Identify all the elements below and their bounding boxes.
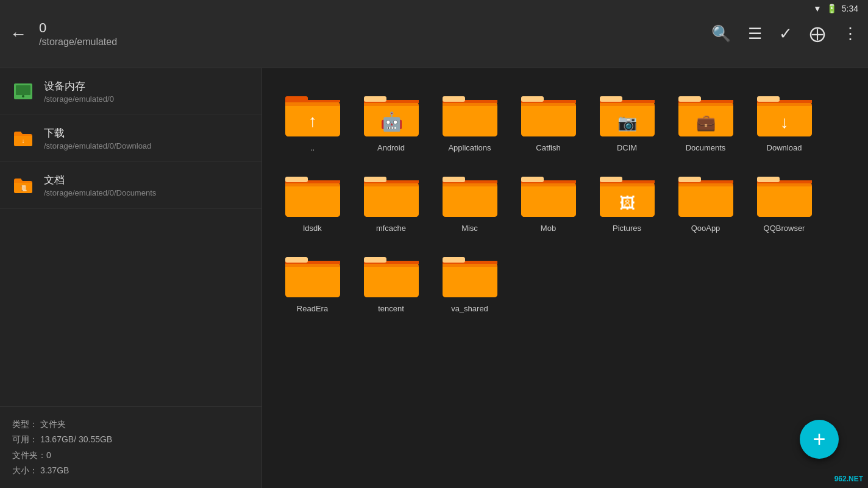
status-battery: 🔋	[827, 4, 837, 13]
folder-label: QQBrowser	[764, 224, 805, 233]
sidebar-device-path: /storage/emulated/0	[44, 94, 114, 104]
folder-svg	[754, 167, 815, 219]
folder-label: ..	[310, 143, 315, 152]
folder-label: QooApp	[691, 224, 720, 233]
toolbar-icons: 🔍 ☰ ✓ ⨁ ⋮	[711, 24, 858, 43]
folder-item[interactable]: Mob	[510, 161, 586, 239]
documents-folder-icon: 📜	[12, 174, 34, 196]
svg-text:↑: ↑	[308, 111, 317, 130]
folder-item[interactable]: ReadEra	[274, 241, 350, 319]
folder-svg	[439, 87, 500, 138]
folder-label: Documents	[686, 143, 726, 152]
check-icon[interactable]: ✓	[779, 24, 792, 43]
folder-svg: 📷	[597, 87, 658, 138]
folder-item[interactable]: Applications	[432, 80, 508, 158]
svg-rect-27	[364, 177, 386, 182]
sidebar-documents-text: 文档 /storage/emulated/0/Documents	[44, 173, 156, 197]
folder-item[interactable]: 🤖Android	[353, 80, 429, 158]
device-memory-icon	[12, 80, 34, 102]
path-number: 0	[39, 20, 711, 36]
footer-type: 类型： 文件夹	[12, 417, 249, 432]
download-folder-icon: ↓	[12, 127, 34, 149]
add-icon[interactable]: ⨁	[809, 24, 825, 43]
folder-icon-wrap: ↓	[754, 87, 815, 138]
svg-rect-12	[443, 96, 465, 102]
folder-svg: 🤖	[361, 87, 422, 138]
sidebar: 设备内存 /storage/emulated/0 ↓ 下载 /storage/e…	[0, 68, 262, 488]
folder-item[interactable]: Misc	[432, 161, 508, 239]
folder-icon-wrap: 🤖	[361, 87, 422, 138]
svg-rect-40	[285, 257, 308, 263]
folder-svg: ↓	[754, 87, 815, 138]
top-bar: ← 0 /storage/emulated 🔍 ☰ ✓ ⨁ ⋮	[0, 0, 868, 68]
folder-svg	[282, 247, 343, 299]
svg-rect-1	[16, 85, 30, 95]
folder-icon-wrap	[675, 167, 736, 219]
status-bar: ▼ 🔋 5:34	[803, 0, 868, 17]
folder-label: Mob	[541, 224, 556, 233]
folder-label: DCIM	[617, 143, 637, 152]
status-time: 5:34	[842, 4, 858, 13]
folder-icon-wrap	[282, 167, 343, 219]
folder-icon-wrap: 💼	[675, 87, 736, 138]
folder-label: Download	[767, 143, 802, 152]
folder-item[interactable]: tencent	[353, 241, 429, 319]
watermark: 962.NET	[834, 475, 863, 483]
sidebar-item-download[interactable]: ↓ 下载 /storage/emulated/0/Download	[0, 115, 261, 162]
folder-icon-wrap	[282, 247, 343, 299]
folder-item[interactable]: 🖼Pictures	[589, 161, 665, 239]
folder-icon-wrap: ↑	[282, 87, 343, 138]
svg-rect-42	[364, 257, 386, 263]
folder-icon-wrap	[518, 167, 579, 219]
folder-svg	[439, 167, 500, 219]
fab-add-button[interactable]: +	[800, 420, 839, 459]
svg-rect-9	[364, 96, 386, 102]
svg-point-2	[22, 95, 24, 97]
folder-svg	[675, 167, 736, 219]
list-view-icon[interactable]: ☰	[748, 24, 762, 43]
more-icon[interactable]: ⋮	[842, 24, 858, 43]
svg-rect-16	[600, 96, 622, 102]
folder-item[interactable]: ↓Download	[746, 80, 822, 158]
folder-svg	[282, 167, 343, 219]
search-icon[interactable]: 🔍	[711, 24, 731, 43]
folder-icon-wrap: 🖼	[597, 167, 658, 219]
folder-item[interactable]: va_shared	[432, 241, 508, 319]
folder-item[interactable]: QQBrowser	[746, 161, 822, 239]
sidebar-item-device[interactable]: 设备内存 /storage/emulated/0	[0, 68, 261, 115]
folder-item[interactable]: 💼Documents	[667, 80, 744, 158]
svg-text:↓: ↓	[780, 113, 789, 132]
folder-label: tencent	[378, 304, 404, 313]
footer-folders: 文件夹：0	[12, 448, 249, 463]
folder-item[interactable]: ldsdk	[274, 161, 350, 239]
svg-rect-44	[443, 257, 465, 263]
svg-rect-25	[285, 177, 308, 182]
svg-rect-22	[757, 96, 780, 102]
svg-rect-7	[285, 100, 340, 102]
svg-text:📜: 📜	[20, 185, 27, 192]
svg-rect-29	[443, 177, 465, 182]
sidebar-device-name: 设备内存	[44, 79, 114, 93]
svg-rect-36	[678, 177, 701, 182]
folder-item[interactable]: ↑..	[274, 80, 350, 158]
folder-svg: 💼	[675, 87, 736, 138]
folder-item[interactable]: QooApp	[667, 161, 744, 239]
sidebar-documents-path: /storage/emulated/0/Documents	[44, 188, 156, 197]
folder-label: ReadEra	[297, 304, 328, 313]
folder-item[interactable]: 📷DCIM	[589, 80, 665, 158]
folder-icon-wrap	[361, 167, 422, 219]
folder-item[interactable]: mfcache	[353, 161, 429, 239]
folder-label: Applications	[448, 143, 491, 152]
folder-svg	[439, 247, 500, 299]
folder-label: va_shared	[451, 304, 488, 313]
svg-rect-19	[678, 96, 701, 102]
svg-rect-33	[600, 177, 622, 182]
folder-item[interactable]: Catfish	[510, 80, 586, 158]
main-layout: 设备内存 /storage/emulated/0 ↓ 下载 /storage/e…	[0, 68, 868, 488]
back-button[interactable]: ←	[10, 24, 27, 44]
sidebar-download-path: /storage/emulated/0/Download	[44, 141, 151, 150]
sidebar-item-documents[interactable]: 📜 文档 /storage/emulated/0/Documents	[0, 162, 261, 209]
path-text: /storage/emulated	[39, 37, 711, 48]
svg-text:💼: 💼	[696, 113, 716, 132]
path-info: 0 /storage/emulated	[39, 20, 711, 47]
